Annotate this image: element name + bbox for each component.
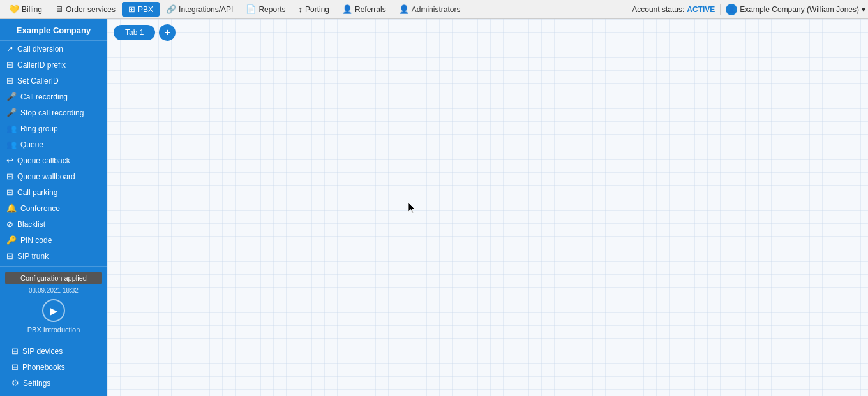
- account-status-value: ACTIVE: [687, 5, 715, 14]
- order-services-label: Order services: [66, 5, 116, 14]
- sidebar-footer: ⊞SIP devices⊞Phonebooks⚙Settings: [5, 339, 102, 391]
- main-content: Tab 1 +: [107, 19, 868, 396]
- sidebar: Example Company ↗Call diversion⊞CallerID…: [0, 19, 107, 396]
- stop-call-recording-icon: 🎤: [6, 108, 17, 117]
- call-recording-icon: 🎤: [6, 92, 17, 101]
- user-info[interactable]: 👤 Example Company (William Jones) ▾: [726, 4, 865, 15]
- nav-item-administrators[interactable]: 👤Administrators: [393, 2, 467, 17]
- call-diversion-label: Call diversion: [17, 45, 63, 54]
- queue-icon: 👥: [6, 140, 17, 149]
- phonebooks-label: Phonebooks: [22, 363, 65, 372]
- nav-items-left: 💛Billing🖥Order services⊞PBX🔗Integrations…: [3, 2, 632, 17]
- blacklist-label: Blacklist: [17, 220, 45, 229]
- sidebar-footer-item-settings[interactable]: ⚙Settings: [5, 375, 102, 391]
- account-status-label: Account status:: [632, 5, 684, 14]
- tab-1[interactable]: Tab 1: [114, 25, 155, 40]
- order-services-icon: 🖥: [55, 4, 63, 14]
- ring-group-label: Ring group: [20, 124, 58, 133]
- stop-call-recording-label: Stop call recording: [20, 108, 84, 117]
- call-parking-icon: ⊞: [6, 187, 13, 197]
- set-callerid-icon: ⊞: [6, 76, 13, 85]
- tab-bar: Tab 1 +: [107, 19, 868, 46]
- sidebar-item-sip-trunk[interactable]: ⊞SIP trunk: [0, 248, 107, 264]
- pin-code-label: PIN code: [20, 236, 52, 245]
- settings-icon: ⚙: [11, 378, 19, 388]
- nav-item-billing[interactable]: 💛Billing: [3, 2, 49, 17]
- integrations-api-label: Integrations/API: [179, 5, 233, 14]
- config-applied-button[interactable]: Configuration applied: [5, 272, 102, 284]
- queue-wallboard-icon: ⊞: [6, 172, 13, 181]
- sidebar-item-stop-call-recording[interactable]: 🎤Stop call recording: [0, 105, 107, 121]
- sidebar-footer-item-sip-devices[interactable]: ⊞SIP devices: [5, 343, 102, 359]
- queue-callback-icon: ↩: [6, 156, 13, 165]
- company-name: Example Company: [0, 19, 107, 41]
- pbx-icon: ⊞: [128, 4, 135, 14]
- reports-icon: 📄: [246, 4, 256, 14]
- sip-trunk-label: SIP trunk: [17, 252, 49, 261]
- conference-icon: 🔔: [6, 203, 17, 213]
- top-navigation: 💛Billing🖥Order services⊞PBX🔗Integrations…: [0, 0, 868, 19]
- billing-label: Billing: [22, 5, 42, 14]
- sidebar-item-queue-wallboard[interactable]: ⊞Queue wallboard: [0, 168, 107, 184]
- settings-label: Settings: [23, 379, 50, 388]
- main-layout: Example Company ↗Call diversion⊞CallerID…: [0, 19, 868, 396]
- set-callerid-label: Set CallerID: [17, 77, 59, 85]
- pbx-label: PBX: [138, 5, 153, 14]
- porting-label: Porting: [305, 5, 329, 14]
- sidebar-item-conference[interactable]: 🔔Conference: [0, 200, 107, 216]
- queue-wallboard-label: Queue wallboard: [17, 172, 75, 181]
- sip-trunk-icon: ⊞: [6, 251, 13, 261]
- nav-item-referrals[interactable]: 👤Referrals: [336, 2, 393, 17]
- integrations-api-icon: 🔗: [166, 4, 176, 14]
- sidebar-menu: ↗Call diversion⊞CallerID prefix⊞Set Call…: [0, 41, 107, 266]
- sip-devices-label: SIP devices: [22, 347, 63, 356]
- pin-code-icon: 🔑: [6, 235, 17, 245]
- callerid-prefix-label: CallerID prefix: [17, 61, 66, 70]
- queue-callback-label: Queue callback: [17, 156, 70, 165]
- call-diversion-icon: ↗: [6, 44, 13, 54]
- sidebar-item-call-parking[interactable]: ⊞Call parking: [0, 184, 107, 200]
- sidebar-item-set-callerid[interactable]: ⊞Set CallerID: [0, 73, 107, 89]
- callerid-prefix-icon: ⊞: [6, 60, 13, 70]
- sidebar-item-queue-callback[interactable]: ↩Queue callback: [0, 152, 107, 168]
- nav-item-porting[interactable]: ↕Porting: [292, 2, 336, 17]
- call-parking-label: Call parking: [17, 188, 57, 197]
- nav-right: Account status: ACTIVE 👤 Example Company…: [632, 4, 865, 15]
- referrals-label: Referrals: [355, 5, 386, 14]
- ring-group-icon: 👥: [6, 124, 17, 133]
- add-tab-button[interactable]: +: [159, 24, 176, 41]
- sidebar-item-ring-group[interactable]: 👥Ring group: [0, 121, 107, 136]
- content-area: [107, 46, 868, 396]
- config-date: 03.09.2021 18:32: [5, 287, 102, 294]
- billing-icon: 💛: [9, 4, 19, 14]
- nav-item-pbx[interactable]: ⊞PBX: [122, 2, 160, 17]
- user-name: Example Company (William Jones): [740, 5, 859, 14]
- call-recording-label: Call recording: [20, 92, 68, 101]
- account-status: Account status: ACTIVE: [632, 5, 715, 14]
- administrators-icon: 👤: [399, 4, 409, 14]
- porting-icon: ↕: [298, 4, 303, 14]
- sip-devices-icon: ⊞: [11, 346, 19, 356]
- queue-label: Queue: [20, 140, 43, 149]
- sidebar-item-blacklist[interactable]: ⊘Blacklist: [0, 216, 107, 232]
- nav-item-reports[interactable]: 📄Reports: [239, 2, 292, 17]
- divider: [720, 4, 721, 15]
- sidebar-item-pin-code[interactable]: 🔑PIN code: [0, 232, 107, 248]
- sidebar-item-callerid-prefix[interactable]: ⊞CallerID prefix: [0, 57, 107, 73]
- referrals-icon: 👤: [342, 4, 352, 14]
- phonebooks-icon: ⊞: [11, 362, 19, 372]
- play-button[interactable]: ▶: [42, 299, 65, 322]
- chevron-down-icon: ▾: [862, 5, 865, 14]
- sidebar-item-queue[interactable]: 👥Queue: [0, 136, 107, 152]
- sidebar-footer-item-phonebooks[interactable]: ⊞Phonebooks: [5, 359, 102, 375]
- nav-item-integrations-api[interactable]: 🔗Integrations/API: [160, 2, 239, 17]
- sidebar-bottom: Configuration applied 03.09.2021 18:32 ▶…: [0, 266, 107, 396]
- administrators-label: Administrators: [412, 5, 461, 14]
- reports-label: Reports: [258, 5, 285, 14]
- nav-item-order-services[interactable]: 🖥Order services: [49, 2, 122, 17]
- blacklist-icon: ⊘: [6, 219, 13, 229]
- user-avatar: 👤: [726, 4, 737, 15]
- pbx-intro-label: PBX Introduction: [5, 326, 102, 334]
- sidebar-item-call-recording[interactable]: 🎤Call recording: [0, 89, 107, 105]
- sidebar-item-call-diversion[interactable]: ↗Call diversion: [0, 41, 107, 57]
